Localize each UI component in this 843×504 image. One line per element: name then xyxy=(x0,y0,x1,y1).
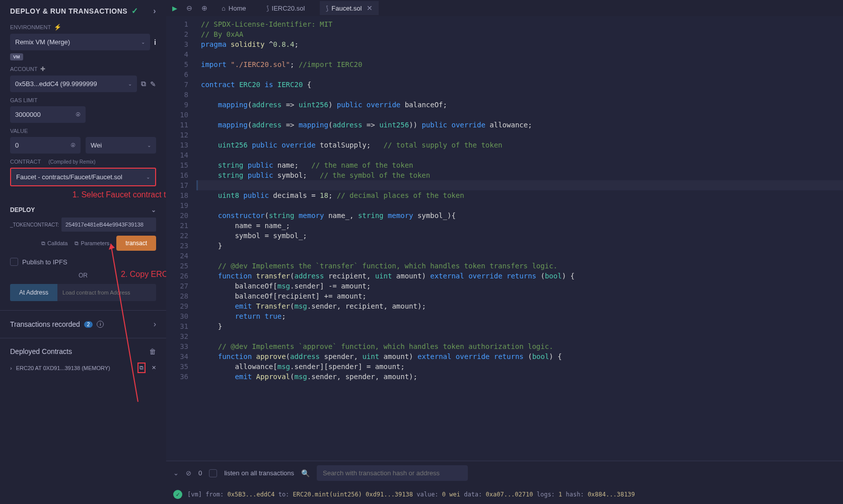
account-select[interactable]: 0x5B3...eddC4 (99.9999999⌄ xyxy=(10,76,137,92)
terminal-search[interactable] xyxy=(317,465,468,481)
vm-badge: VM xyxy=(10,53,23,60)
edit-icon[interactable]: ✎ xyxy=(150,80,156,88)
tokencontract-input[interactable] xyxy=(61,218,156,232)
run-icon[interactable]: ▶ xyxy=(172,5,177,12)
gaslimit-input[interactable]: 3000000⦿ xyxy=(10,106,86,123)
publish-ipfs-checkbox[interactable] xyxy=(10,258,18,266)
publish-ipfs-label: Publish to IPFS xyxy=(22,258,67,266)
solidity-icon: ⟆ xyxy=(266,5,269,12)
copy-icon[interactable]: ⧉ xyxy=(141,80,146,88)
transact-button[interactable]: transact xyxy=(116,236,156,251)
at-address-button[interactable]: At Address xyxy=(10,284,57,301)
value-label: VALUE xyxy=(10,128,156,134)
contract-select[interactable]: Faucet - contracts/Faucet/Faucet.sol⌄ xyxy=(10,168,156,186)
pending-count: 0 xyxy=(198,469,202,477)
trans-count-badge: 2 xyxy=(84,321,93,328)
panel-title-text: DEPLOY & RUN TRANSACTIONS xyxy=(10,7,127,15)
annotation-step1: 1. Select Faucet contract to deploy xyxy=(50,190,166,199)
home-icon: ⌂ xyxy=(222,5,226,12)
environment-label: ENVIRONMENT ⚡ xyxy=(10,24,156,31)
copy-address-icon[interactable]: ⧉ xyxy=(137,363,146,373)
zoom-out-icon[interactable]: ⊖ xyxy=(186,4,192,12)
home-tab[interactable]: ⌂Home xyxy=(217,3,251,14)
panel-title: DEPLOY & RUN TRANSACTIONS ✓ › xyxy=(10,6,156,16)
deploy-label: DEPLOY ⌄ xyxy=(10,206,156,213)
account-label: ACCOUNT ✚ xyxy=(10,65,156,73)
info-icon[interactable]: i xyxy=(154,38,156,46)
trash-icon[interactable]: 🗑 xyxy=(149,347,156,355)
zoom-in-icon[interactable]: ⊕ xyxy=(201,4,207,12)
listen-checkbox[interactable] xyxy=(209,469,217,477)
close-icon[interactable]: ✕ xyxy=(152,365,156,371)
tab-ierc20[interactable]: ⟆IERC20.sol xyxy=(260,2,311,15)
plug-icon: ⚡ xyxy=(54,24,61,31)
close-tab-icon[interactable]: ✕ xyxy=(367,4,373,12)
annotation-step2: 2. Copy ERC20's address xyxy=(121,270,166,279)
line-gutter: 1234567891011121314151617181920212223242… xyxy=(166,16,196,461)
contract-label: CONTRACT (Compiled by Remix) xyxy=(10,159,156,165)
success-icon: ✓ xyxy=(173,490,182,499)
editor-toolbar: ▶ ⊖ ⊕ ⌂Home ⟆IERC20.sol ⟆Faucet.sol ✕ xyxy=(166,0,843,16)
transactions-recorded[interactable]: Transactions recorded 2 i › xyxy=(10,320,156,329)
collapse-icon[interactable]: ⌄ xyxy=(173,469,179,477)
calldata-link[interactable]: ⧉ Calldata xyxy=(41,240,67,247)
clear-icon[interactable]: ⊘ xyxy=(186,469,191,477)
check-icon: ✓ xyxy=(131,6,138,16)
solidity-icon: ⟆ xyxy=(326,5,328,12)
at-address-input[interactable] xyxy=(57,284,156,301)
deploy-run-panel: DEPLOY & RUN TRANSACTIONS ✓ › ENVIRONMEN… xyxy=(0,0,166,504)
param-label: _TOKENCONTRACT: xyxy=(10,222,59,228)
tab-faucet[interactable]: ⟆Faucet.sol ✕ xyxy=(320,1,379,15)
deployed-contracts-header: Deployed Contracts 🗑 xyxy=(10,347,156,355)
deployed-item[interactable]: › ERC20 AT 0XD91...39138 (MEMORY) ⧉ ✕ xyxy=(10,363,156,373)
code-area[interactable]: // SPDX-License-Identifier: MIT// By 0xA… xyxy=(196,16,843,461)
info-icon[interactable]: i xyxy=(97,321,104,328)
chevron-right-icon: › xyxy=(10,365,12,371)
plus-icon[interactable]: ✚ xyxy=(40,65,45,73)
value-input[interactable]: 0⦿ xyxy=(10,137,81,154)
editor-main: ▶ ⊖ ⊕ ⌂Home ⟆IERC20.sol ⟆Faucet.sol ✕ 12… xyxy=(166,0,843,504)
terminal-bar: ⌄ ⊘ 0 listen on all transactions 🔍 xyxy=(166,461,843,485)
search-icon[interactable]: 🔍 xyxy=(301,469,310,477)
chevron-right-icon[interactable]: › xyxy=(153,7,156,16)
code-editor[interactable]: 1234567891011121314151617181920212223242… xyxy=(166,16,843,461)
caret-icon: ⌄ xyxy=(141,39,145,45)
or-text: OR xyxy=(79,272,88,279)
terminal-output: ✓ [vm] from: 0x5B3...eddC4 to: ERC20.min… xyxy=(166,485,843,504)
gaslimit-label: GAS LIMIT xyxy=(10,97,156,103)
environment-select[interactable]: Remix VM (Merge)⌄ xyxy=(10,34,150,50)
value-unit-select[interactable]: Wei⌄ xyxy=(86,137,156,154)
parameters-link[interactable]: ⧉ Parameters xyxy=(75,240,109,247)
listen-label: listen on all transactions xyxy=(224,469,294,477)
